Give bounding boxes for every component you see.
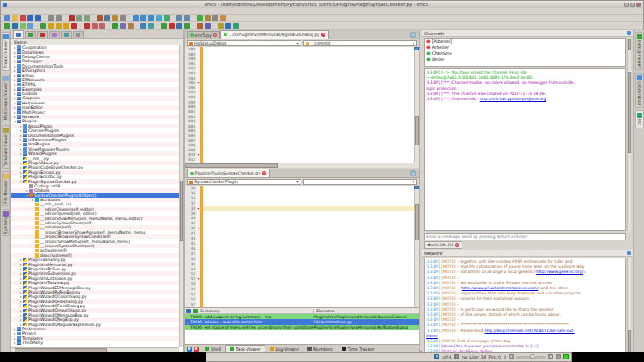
editor-tab[interactable]: eric5.py × <box>187 31 220 39</box>
run-project-icon[interactable] <box>20 23 26 29</box>
step-over-icon[interactable] <box>56 23 62 29</box>
zoom-slider[interactable] <box>516 356 546 359</box>
separator[interactable] <box>192 23 195 29</box>
separator[interactable] <box>135 23 139 29</box>
channel-tab[interactable]: #eric-ide (S) × <box>424 241 462 249</box>
filter-icon[interactable]: ▼ <box>187 347 192 352</box>
link[interactable]: http://www.geeknic.org/ <box>536 270 583 274</box>
ChanServ[interactable]: ☻ ChanServ <box>425 50 625 56</box>
separator[interactable] <box>107 23 110 29</box>
splitter-handle[interactable] <box>414 47 419 50</box>
method-combo[interactable]: ▾ <box>303 179 418 185</box>
filename-column-header[interactable]: Filename <box>313 309 419 313</box>
debug-script-icon[interactable] <box>12 23 18 29</box>
sidebar-vertical-tab[interactable]: Project-Viewer <box>2 32 10 71</box>
Arbeiter[interactable]: ☻ Arbeiter <box>425 45 625 50</box>
editor1-code[interactable]: 588 """589 self.__restoreMissing()590591… <box>185 47 419 163</box>
class-combo[interactable]: SyntaxCheckerPlugin ▾ <box>187 179 301 185</box>
step-icon[interactable] <box>48 23 54 29</box>
debug-project-icon[interactable] <box>27 23 33 29</box>
tree-column-header[interactable]: Name <box>11 39 183 45</box>
separator[interactable] <box>156 23 159 29</box>
editor2-vertical-scrollbar[interactable] <box>414 186 419 307</box>
zoom-reset-icon[interactable]: ⊙ <box>556 354 561 359</box>
editor2-code[interactable]: 3435error = ""363738▾class SyntaxChecker… <box>185 186 419 307</box>
separator[interactable] <box>92 15 95 21</box>
separator[interactable] <box>171 15 175 21</box>
editor-tab[interactable]: ...cs/Plugins/vcsMercurial/HgStatusDialo… <box>220 30 329 39</box>
title-bar[interactable]: eric5 - /home/detlev/Development/Python/… <box>1 1 643 8</box>
translations-tab[interactable] <box>49 31 60 38</box>
separator[interactable] <box>35 23 39 29</box>
sidebar-vertical-tab[interactable]: Cooperation <box>635 73 644 108</box>
vcs-status-icon[interactable] <box>184 23 190 29</box>
vcs-commit-icon[interactable] <box>169 23 175 29</box>
search-prev-icon[interactable] <box>148 15 154 21</box>
sidebar-vertical-tab[interactable]: Debug-Viewer <box>635 32 644 70</box>
step-out-icon[interactable] <box>63 23 69 29</box>
message-input[interactable] <box>424 233 626 240</box>
editor-tab[interactable]: Plugins/PluginSyntaxChecker.py × <box>187 169 270 177</box>
sources-tab[interactable] <box>13 30 24 38</box>
replace-icon[interactable] <box>156 15 162 21</box>
leave-channel-icon[interactable]: × <box>455 243 459 247</box>
undo-icon[interactable] <box>76 15 82 21</box>
save-all-icon[interactable] <box>35 15 41 21</box>
close-tab-icon[interactable]: × <box>213 33 218 38</box>
check-syntax-icon[interactable] <box>112 23 118 29</box>
summary-column-header[interactable]: Summary <box>199 309 313 313</box>
autocomplete-icon[interactable] <box>205 23 211 29</box>
close-tab-icon[interactable]: × <box>321 33 325 37</box>
redo-icon[interactable] <box>84 15 90 21</box>
task-row[interactable]: ▲ TODO: add support for hg summary --mq … <box>185 314 419 319</box>
preferences-icon[interactable] <box>212 15 218 21</box>
irc-icon[interactable] <box>233 23 239 29</box>
profile-data-icon[interactable] <box>128 23 134 29</box>
split-view-icon[interactable] <box>184 15 190 21</box>
goto-line-icon[interactable] <box>164 15 170 21</box>
tab-list-icon[interactable]: ▾ <box>410 170 416 176</box>
sidebar-vertical-tab[interactable]: Template-Viewer <box>2 125 10 169</box>
open-icon[interactable] <box>12 15 18 21</box>
detlev[interactable]: ☻ detlev <box>425 56 625 62</box>
separator[interactable] <box>63 15 67 21</box>
sidebar-vertical-tab[interactable]: Symbols <box>2 209 10 237</box>
continue-icon[interactable] <box>40 23 46 29</box>
separator[interactable] <box>43 15 46 21</box>
link[interactable]: there/ <box>426 334 438 338</box>
zoom-out-icon[interactable]: ⊖ <box>509 354 514 359</box>
separator[interactable] <box>79 23 82 29</box>
add-task-icon[interactable] <box>193 309 198 313</box>
userlist-scrollbar[interactable] <box>627 38 631 67</box>
sidebar-vertical-tab[interactable]: File-Browser <box>2 171 10 206</box>
paste-icon[interactable] <box>112 15 118 21</box>
breakpoint-next-icon[interactable] <box>92 23 98 29</box>
close-button[interactable] <box>636 3 641 7</box>
coverage-icon[interactable]: ✱ <box>194 347 199 352</box>
delete-icon[interactable] <box>120 15 126 21</box>
channels-menu-icon[interactable] <box>627 31 631 35</box>
network-menu-icon[interactable] <box>627 251 631 255</box>
copy-icon[interactable] <box>104 15 110 21</box>
breakpoint-clear-icon[interactable] <box>99 23 105 29</box>
run-script-icon[interactable] <box>4 23 10 29</box>
unittest-icon[interactable] <box>197 15 203 21</box>
vcs-diff-icon[interactable] <box>176 23 182 29</box>
class-combo[interactable]: HgStatusDialog ▾ <box>187 40 301 46</box>
search-next-icon[interactable] <box>140 15 146 21</box>
code-metrics-icon[interactable] <box>120 23 126 29</box>
splitter-handle[interactable] <box>414 186 419 189</box>
cut-icon[interactable] <box>97 15 103 21</box>
mail-icon[interactable] <box>218 23 224 29</box>
separator[interactable] <box>128 15 131 21</box>
web-browser-icon[interactable] <box>225 23 231 29</box>
separator[interactable] <box>212 23 216 29</box>
sidebar-vertical-tab[interactable]: IRC <box>635 110 644 128</box>
task-row[interactable]: ▲ TODO: set status of menu entries accor… <box>185 325 419 330</box>
link[interactable]: http://eric-ide.python-projects.org <box>480 97 546 101</box>
new-window-icon[interactable] <box>176 15 182 21</box>
print-icon[interactable] <box>48 15 54 21</box>
close-editor-icon[interactable] <box>69 15 75 21</box>
search-icon[interactable] <box>133 15 139 21</box>
tree-vertical-scrollbar[interactable] <box>179 45 183 347</box>
